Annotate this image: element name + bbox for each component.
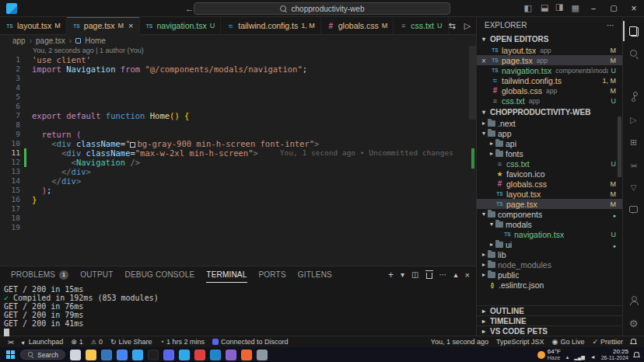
tree-item-ui[interactable]: ui: [477, 239, 622, 249]
tree-item-css.txt[interactable]: css.txtU: [477, 158, 622, 169]
tree-item-node_modules[interactable]: node_modules: [477, 259, 622, 270]
tree-item-components[interactable]: components: [477, 209, 622, 219]
tray-expand-icon[interactable]: [566, 348, 569, 362]
breadcrumb-item-Home[interactable]: Home: [85, 37, 106, 45]
codelens-annotation[interactable]: You, 2 seconds ago | 1 author (You): [0, 46, 476, 55]
taskbar-app-copilot[interactable]: [70, 350, 81, 360]
status-discord-status[interactable]: Connected to Discord: [208, 336, 292, 347]
chat-icon[interactable]: [623, 199, 644, 219]
panel-tab-ports[interactable]: PORTS: [259, 266, 286, 283]
taskbar-app-vscode[interactable]: [132, 350, 143, 360]
tab-navigation.tsx[interactable]: navigation.tsxU: [140, 17, 222, 34]
explorer-more-icon[interactable]: [607, 21, 614, 30]
toggle-primary-sidebar-icon[interactable]: [523, 3, 531, 13]
close-window-button[interactable]: [624, 0, 644, 16]
taskbar-app-docker[interactable]: [210, 350, 221, 360]
minimize-button[interactable]: [583, 0, 604, 16]
taskbar-app-steam[interactable]: [257, 350, 268, 360]
tab-page.tsx[interactable]: page.tsxM: [67, 17, 140, 35]
tree-item-globals.css[interactable]: globals.cssM: [477, 179, 622, 189]
open-editor-globals.css[interactable]: globals.cssappM: [477, 85, 622, 96]
code-editor[interactable]: You, 2 seconds ago | 1 author (You) 1'us…: [0, 46, 476, 266]
open-editor-page.tsx[interactable]: page.tsxappM: [477, 55, 622, 65]
remote-explorer-icon[interactable]: [623, 154, 644, 174]
status-session-timer[interactable]: 1 hrs 2 mins: [156, 336, 208, 347]
close-editor-icon[interactable]: [481, 56, 491, 65]
toggle-secondary-sidebar-icon[interactable]: [555, 3, 563, 13]
taskbar-app-file-explorer[interactable]: [86, 350, 96, 360]
open-editor-tailwind.config.ts[interactable]: tailwind.config.ts1, M: [477, 75, 622, 85]
taskbar-app-youtube[interactable]: [194, 350, 205, 360]
tree-item-layout.tsx[interactable]: layout.tsxM: [477, 189, 622, 199]
weather-widget[interactable]: 64°F Haze: [537, 349, 561, 361]
toggle-panel-icon[interactable]: [538, 4, 548, 12]
editor-scrollbar[interactable]: [469, 46, 476, 120]
taskbar-clock[interactable]: 20:25 26-11-2024: [601, 349, 628, 361]
tab-globals.css[interactable]: globals.cssM: [321, 17, 394, 34]
panel-tab-problems[interactable]: PROBLEMS1: [11, 266, 68, 283]
taskbar-app-firefox[interactable]: [241, 350, 252, 360]
status-remote-indicator[interactable]: [4, 336, 17, 347]
volume-icon[interactable]: [590, 348, 596, 362]
split-terminal-icon[interactable]: [411, 270, 418, 279]
open-editor-layout.tsx[interactable]: layout.tsxappM: [477, 45, 622, 55]
taskbar-app-discord[interactable]: [163, 350, 174, 360]
settings-gear-icon[interactable]: [623, 313, 644, 333]
tree-item-api[interactable]: api: [477, 138, 622, 148]
tree-item-lib[interactable]: lib: [477, 249, 622, 259]
tab-css.txt[interactable]: css.txtU: [394, 17, 448, 34]
kill-terminal-icon[interactable]: [426, 273, 432, 279]
command-center[interactable]: chopproductivity-web: [194, 2, 450, 15]
taskbar-app-telegram[interactable]: [179, 350, 190, 360]
status-notifications-bell[interactable]: [627, 336, 640, 347]
open-changes-icon[interactable]: [449, 21, 456, 31]
taskbar-app-obs[interactable]: [226, 350, 236, 360]
sidebar-scrollbar[interactable]: [618, 117, 621, 177]
search-activity-icon[interactable]: [623, 44, 644, 64]
status-launchpad[interactable]: Launchpad: [17, 336, 67, 347]
status-live-share[interactable]: Live Share: [107, 336, 156, 347]
terminal-output[interactable]: GET / 200 in 15ms✓ Compiled in 192ms (85…: [0, 283, 476, 338]
taskbar-search[interactable]: Search: [20, 350, 65, 360]
tree-item-fonts[interactable]: fonts: [477, 148, 622, 158]
section-header-timeline[interactable]: TIMELINE: [477, 315, 622, 325]
tree-item-.eslintrc.json[interactable]: .eslintrc.json: [477, 280, 622, 290]
breadcrumb-item-page.tsx[interactable]: page.tsx: [36, 37, 65, 45]
terminal-dropdown-icon[interactable]: [401, 270, 404, 279]
status-prettier[interactable]: Prettier: [588, 336, 627, 347]
taskbar-app-chrome[interactable]: [117, 350, 128, 360]
navigate-back-icon[interactable]: [185, 4, 194, 13]
panel-tab-debug-console[interactable]: DEBUG CONSOLE: [124, 266, 194, 283]
source-control-icon[interactable]: [623, 86, 644, 106]
tree-item-modals[interactable]: modals: [477, 219, 622, 229]
section-header-vs-code-pets[interactable]: VS CODE PETS: [477, 325, 622, 336]
tab-layout.tsx[interactable]: layout.tsxM: [0, 17, 67, 34]
tree-item-public[interactable]: public: [477, 270, 622, 280]
accounts-icon[interactable]: [623, 291, 644, 311]
explorer-activity-icon[interactable]: [623, 21, 644, 41]
panel-more-icon[interactable]: [439, 270, 447, 279]
close-panel-icon[interactable]: [465, 270, 470, 280]
open-editors-header[interactable]: OPEN EDITORS: [477, 33, 622, 45]
new-terminal-icon[interactable]: [388, 270, 394, 280]
tree-item-navigation.tsx[interactable]: navigation.tsxU: [477, 229, 622, 239]
status-go-live[interactable]: Go Live: [548, 336, 589, 347]
open-editor-navigation.tsx[interactable]: navigation.tsxcomponents\modalsU: [477, 65, 622, 75]
maximize-panel-icon[interactable]: [454, 270, 458, 279]
project-root-header[interactable]: CHOPPRODUCTIVITY-WEB: [477, 106, 622, 118]
breadcrumb-item-app[interactable]: app: [12, 37, 26, 45]
open-editor-css.txt[interactable]: css.txtappU: [477, 96, 622, 106]
run-debug-icon[interactable]: [623, 109, 644, 129]
notification-center-icon[interactable]: [634, 352, 639, 357]
testing-icon[interactable]: [623, 176, 644, 197]
tree-item-app[interactable]: app: [477, 128, 622, 138]
start-button[interactable]: [6, 350, 16, 360]
status-problems-warnings[interactable]: 0: [87, 336, 107, 347]
network-icon[interactable]: [574, 348, 584, 362]
taskbar-app-edge[interactable]: [101, 350, 112, 360]
taskbar-app-terminal[interactable]: [148, 350, 159, 360]
status-problems-errors[interactable]: 1: [67, 336, 87, 347]
tree-item-favicon.ico[interactable]: favicon.ico: [477, 169, 622, 179]
extensions-icon[interactable]: [623, 131, 644, 151]
run-file-icon[interactable]: [464, 21, 471, 31]
